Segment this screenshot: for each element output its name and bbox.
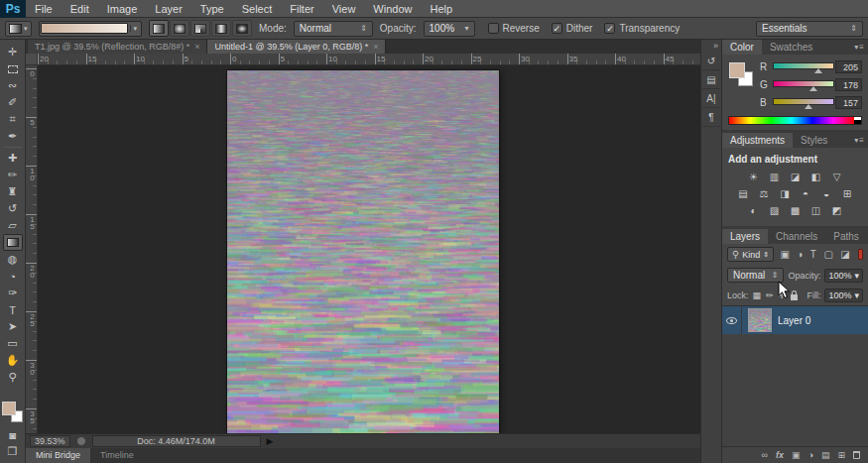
menu-help[interactable]: Help (421, 0, 461, 18)
menu-select[interactable]: Select (233, 0, 282, 18)
lock-transparency-icon[interactable]: ▦ (753, 290, 762, 300)
character-panel-icon[interactable]: A| (702, 89, 720, 108)
foreground-color-swatch[interactable] (729, 62, 745, 78)
diamond-gradient-icon[interactable] (232, 20, 252, 37)
filter-adjustment-layers-icon[interactable]: ◑ (797, 249, 803, 260)
horizontal-ruler[interactable]: 2015105051015202530354045 (38, 54, 700, 65)
screen-mode-button[interactable]: ❐ (3, 443, 23, 460)
layers-tab-layers[interactable]: Layers (722, 229, 768, 244)
reverse-checkbox[interactable] (488, 23, 499, 34)
lock-pixels-icon[interactable]: ✏ (766, 290, 774, 300)
document-tab-2[interactable]: Untitled-1 @ 39.5% (Layer 0, RGB/8) *× (207, 40, 386, 54)
type-tool[interactable]: T (3, 301, 23, 318)
path-selection-tool[interactable]: ➤ (3, 318, 23, 335)
menu-view[interactable]: View (323, 0, 365, 18)
canvas-viewport[interactable]: 051 01 52 02 53 03 5 (26, 65, 700, 433)
menu-file[interactable]: File (26, 0, 62, 18)
status-circle-icon[interactable] (76, 436, 86, 446)
slider-thumb-icon[interactable] (805, 104, 812, 109)
levels-icon[interactable]: ▥ (766, 170, 783, 183)
tab-mini-bridge[interactable]: Mini Bridge (26, 448, 90, 463)
shape-tool[interactable]: ▭ (3, 335, 23, 352)
posterize-icon[interactable]: ▨ (766, 203, 783, 217)
slider-track[interactable] (773, 80, 834, 87)
eyedropper-tool[interactable]: ✒ (3, 128, 23, 145)
adjustments-tab-adjustments[interactable]: Adjustments (722, 133, 793, 148)
status-flyout-arrow-icon[interactable]: ▶ (267, 436, 274, 446)
brush-tool[interactable]: ✏ (3, 167, 23, 183)
gradient-tool[interactable] (3, 234, 23, 251)
new-group-icon[interactable]: ▤ (821, 450, 830, 460)
fill-field[interactable]: 100% ▾ (824, 289, 863, 302)
workspace-switcher[interactable]: Essentials ⇕ (756, 21, 863, 37)
spectrum-white-black[interactable] (854, 117, 861, 124)
gradient-map-icon[interactable]: ◫ (807, 203, 824, 217)
channel-slider[interactable] (773, 61, 831, 73)
delete-layer-icon[interactable] (853, 451, 860, 459)
menu-image[interactable]: Image (98, 0, 147, 18)
new-adjustment-layer-icon[interactable]: ◑ (808, 450, 813, 460)
zoom-tool[interactable]: ⚲ (3, 369, 23, 386)
open-document[interactable] (227, 70, 499, 433)
linear-gradient-icon[interactable] (149, 20, 169, 37)
close-icon[interactable]: × (373, 42, 378, 52)
document-size-readout[interactable]: Doc: 4.46M/174.0M (92, 435, 261, 447)
tool-preset-picker[interactable]: ▾ (5, 21, 32, 37)
document-image[interactable] (227, 70, 499, 433)
filter-shape-layers-icon[interactable]: ▢ (823, 249, 832, 260)
lasso-tool[interactable]: ∾ (3, 77, 23, 94)
eraser-tool[interactable]: ▱ (3, 217, 23, 234)
channel-slider[interactable] (773, 79, 830, 91)
channel-value-field[interactable]: 178 (835, 78, 862, 91)
menu-type[interactable]: Type (191, 0, 233, 18)
lock-all-icon[interactable] (791, 294, 798, 300)
layer-filtering-toggle[interactable] (858, 249, 863, 260)
filter-smart-objects-icon[interactable]: ◪ (840, 249, 849, 260)
eye-icon[interactable] (726, 317, 737, 324)
history-panel-icon[interactable]: ↺ (702, 52, 720, 70)
dodge-tool[interactable]: ◔ (3, 268, 23, 285)
close-icon[interactable]: × (194, 42, 199, 52)
angle-gradient-icon[interactable] (190, 20, 210, 37)
layers-tab-channels[interactable]: Channels (768, 229, 825, 244)
zoom-level-field[interactable]: 39.53% (30, 435, 70, 447)
opacity-select[interactable]: 100% ▾ (424, 21, 475, 37)
new-layer-icon[interactable]: ⊞ (837, 450, 845, 460)
add-layer-mask-icon[interactable]: ▣ (792, 450, 801, 460)
panel-menu-icon[interactable]: ▾≡ (850, 133, 868, 148)
move-tool[interactable]: ✛ (3, 44, 23, 60)
exposure-icon[interactable]: ◧ (807, 170, 824, 183)
crop-tool[interactable]: ⌗ (3, 111, 23, 128)
filter-type-layers-icon[interactable]: T (810, 249, 816, 260)
quick-selection-tool[interactable]: ✐ (3, 94, 23, 111)
channel-mixer-icon[interactable]: ◒ (818, 186, 835, 200)
invert-icon[interactable]: ◐ (745, 203, 762, 217)
pen-tool[interactable]: ✑ (3, 285, 23, 301)
adjustments-tab-styles[interactable]: Styles (793, 133, 835, 148)
gradient-picker[interactable]: ▾ (39, 21, 143, 37)
menu-layer[interactable]: Layer (146, 0, 191, 18)
properties-panel-icon[interactable]: ▤ (702, 70, 720, 89)
layer-effects-icon[interactable]: fx (776, 450, 784, 460)
color-spectrum-ramp[interactable] (728, 116, 862, 125)
vibrance-icon[interactable]: ▽ (828, 170, 845, 183)
layer-row[interactable]: Layer 0 (722, 306, 868, 334)
color-tab-swatches[interactable]: Swatches (762, 40, 820, 55)
menu-filter[interactable]: Filter (281, 0, 322, 18)
foreground-color-swatch[interactable] (2, 402, 16, 415)
layer-visibility-cell[interactable] (722, 306, 742, 334)
channel-value-field[interactable]: 157 (835, 96, 862, 109)
photo-filter-icon[interactable]: ◓ (798, 186, 814, 200)
blur-tool[interactable]: ◍ (3, 251, 23, 268)
color-tab-color[interactable]: Color (722, 40, 762, 55)
transparency-checkbox[interactable]: ✓ (604, 23, 615, 34)
hand-tool[interactable]: ✋ (3, 352, 23, 369)
document-tab-1[interactable]: T1.jpg @ 39.5% (Reflection, RGB/8#) *× (28, 40, 207, 54)
spot-healing-brush-tool[interactable]: ✚ (3, 150, 23, 167)
slider-thumb-icon[interactable] (814, 68, 822, 73)
quick-mask-mode-button[interactable]: ◙ (3, 426, 23, 443)
reflected-gradient-icon[interactable] (211, 20, 231, 37)
vertical-ruler[interactable]: 051 01 52 02 53 03 5 (26, 65, 38, 433)
layers-tab-paths[interactable]: Paths (825, 229, 867, 244)
menu-window[interactable]: Window (364, 0, 421, 18)
